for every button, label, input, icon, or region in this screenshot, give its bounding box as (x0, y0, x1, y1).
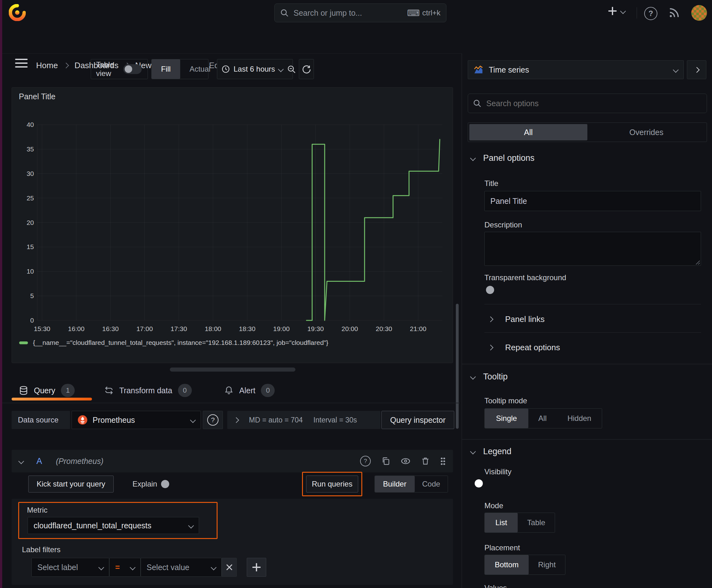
run-queries-button[interactable]: Run queries (306, 476, 358, 492)
breadcrumb-home[interactable]: Home (36, 61, 58, 70)
tooltip-mode-label: Tooltip mode (484, 396, 527, 405)
code-option[interactable]: Code (415, 476, 448, 492)
svg-text:25: 25 (27, 194, 34, 202)
duplicate-query-icon[interactable] (382, 457, 390, 465)
transform-icon (104, 386, 114, 395)
hide-query-icon[interactable] (401, 456, 410, 466)
tab-all[interactable]: All (469, 124, 587, 141)
editor-tabs: Query 1 Transform data 0 Alert 0 (0, 381, 459, 403)
panel-options-header[interactable]: Panel options (471, 153, 535, 163)
chevron-down-icon (278, 66, 283, 72)
search-input[interactable] (293, 8, 407, 18)
tooltip-single-option[interactable]: Single (485, 408, 528, 428)
tooltip-all-option[interactable]: All (528, 408, 557, 428)
menu-toggle-icon[interactable] (15, 59, 28, 67)
tooltip-header[interactable]: Tooltip (471, 372, 508, 382)
fill-option[interactable]: Fill (152, 59, 180, 79)
help-icon[interactable]: ? (644, 7, 657, 20)
query-editor-body: Metric cloudflared_tunnel_total_requests… (12, 499, 453, 585)
chevron-down-icon (470, 374, 476, 379)
top-nav: ⌨ ctrl+k ? (0, 0, 712, 26)
global-search[interactable]: ⌨ ctrl+k (274, 3, 447, 22)
select-value-placeholder: Select value (147, 563, 189, 572)
select-label-dropdown[interactable]: Select label (31, 558, 109, 577)
chevron-down-icon (98, 564, 104, 570)
options-search-input[interactable] (486, 99, 702, 108)
transparent-background-label: Transparent background (484, 273, 566, 282)
table-view-toggle[interactable] (123, 64, 142, 74)
query-datasource-hint: (Prometheus) (56, 457, 103, 466)
tab-query[interactable]: Query 1 (19, 384, 75, 397)
options-sidebar: Time series All Overrides Panel options … (462, 54, 712, 588)
query-inspector-button[interactable]: Query inspector (382, 411, 454, 429)
svg-text:17:00: 17:00 (136, 325, 153, 332)
add-menu-button[interactable] (608, 7, 625, 15)
tab-query-label: Query (34, 386, 55, 395)
remove-filter-button[interactable] (222, 558, 237, 577)
svg-text:15: 15 (27, 243, 34, 250)
svg-text:19:30: 19:30 (307, 325, 324, 332)
active-tab-underline (12, 398, 92, 400)
visualization-picker[interactable]: Time series (468, 60, 684, 79)
panel-title-input[interactable] (484, 191, 701, 211)
chevron-down-icon (620, 8, 626, 14)
tab-alert[interactable]: Alert 0 (224, 384, 275, 397)
tooltip-hidden-option[interactable]: Hidden (557, 408, 602, 428)
bell-icon (224, 386, 234, 395)
operator-value: = (115, 563, 120, 572)
placement-right-option[interactable]: Right (528, 555, 565, 574)
placement-bottom-option[interactable]: Bottom (485, 555, 528, 574)
legend-table-option[interactable]: Table (518, 513, 555, 532)
operator-dropdown[interactable]: = (109, 558, 141, 577)
panel-links-section[interactable]: Panel links (489, 310, 545, 328)
main-scrollbar[interactable] (456, 304, 459, 429)
svg-text:16:30: 16:30 (102, 325, 119, 332)
query-help-icon[interactable]: ? (360, 456, 371, 466)
datasource-name: Prometheus (93, 416, 135, 425)
svg-text:16:00: 16:00 (68, 325, 85, 332)
query-row-header[interactable]: A (Prometheus) ? (12, 450, 453, 472)
actual-option[interactable]: Actual (180, 59, 220, 79)
delete-query-icon[interactable] (421, 457, 430, 465)
query-options-summary[interactable]: MD = auto = 704 Interval = 30s (227, 411, 381, 429)
resize-handle-icon[interactable] (695, 259, 700, 265)
tab-overrides[interactable]: Overrides (587, 124, 706, 141)
fill-actual-segmented: Fill Actual (151, 59, 209, 79)
tab-query-badge: 1 (61, 384, 75, 397)
datasource-label: Data source (12, 411, 70, 429)
svg-text:10: 10 (27, 268, 34, 275)
max-data-points: MD = auto = 704 (249, 416, 303, 424)
news-rss-icon[interactable] (668, 7, 680, 19)
refresh-button[interactable] (299, 59, 314, 79)
add-filter-button[interactable] (247, 558, 266, 577)
topnav-divider (637, 7, 637, 19)
splitter-handle[interactable] (170, 368, 296, 372)
user-avatar[interactable] (691, 5, 707, 21)
grafana-logo-icon[interactable] (9, 4, 26, 21)
options-search[interactable] (468, 93, 707, 113)
select-value-dropdown[interactable]: Select value (141, 558, 222, 577)
drag-handle-icon[interactable] (440, 457, 446, 465)
builder-option[interactable]: Builder (375, 476, 415, 492)
legend-placement-label: Placement (484, 543, 520, 552)
breadcrumb-bar: Home Dashboards New dashboard Edit panel… (0, 26, 712, 54)
legend-header[interactable]: Legend (471, 447, 511, 456)
select-label-placeholder: Select label (37, 563, 78, 572)
title-label: Title (484, 179, 498, 188)
chevron-down-icon (470, 448, 476, 454)
collapse-query-icon[interactable] (18, 458, 24, 464)
collapse-sidebar-button[interactable] (687, 60, 706, 79)
tab-transform[interactable]: Transform data 0 (104, 384, 192, 397)
kickstart-query-button[interactable]: Kick start your query (28, 476, 114, 492)
time-series-chart[interactable]: 051015202530354015:3016:0016:3017:0017:3… (12, 88, 453, 339)
datasource-help-button[interactable]: ? (203, 411, 223, 429)
repeat-options-section[interactable]: Repeat options (489, 339, 560, 356)
description-textarea[interactable] (484, 232, 701, 266)
metric-value: cloudflared_tunnel_total_requests (34, 521, 151, 530)
time-range-picker[interactable]: Last 6 hours (217, 59, 287, 79)
zoom-out-button[interactable] (287, 59, 296, 79)
legend-item[interactable]: {__name__="cloudflared_tunnel_total_requ… (19, 339, 328, 346)
datasource-picker[interactable]: Prometheus (71, 411, 201, 429)
legend-list-option[interactable]: List (485, 513, 518, 532)
metric-select[interactable]: cloudflared_tunnel_total_requests (28, 517, 199, 534)
